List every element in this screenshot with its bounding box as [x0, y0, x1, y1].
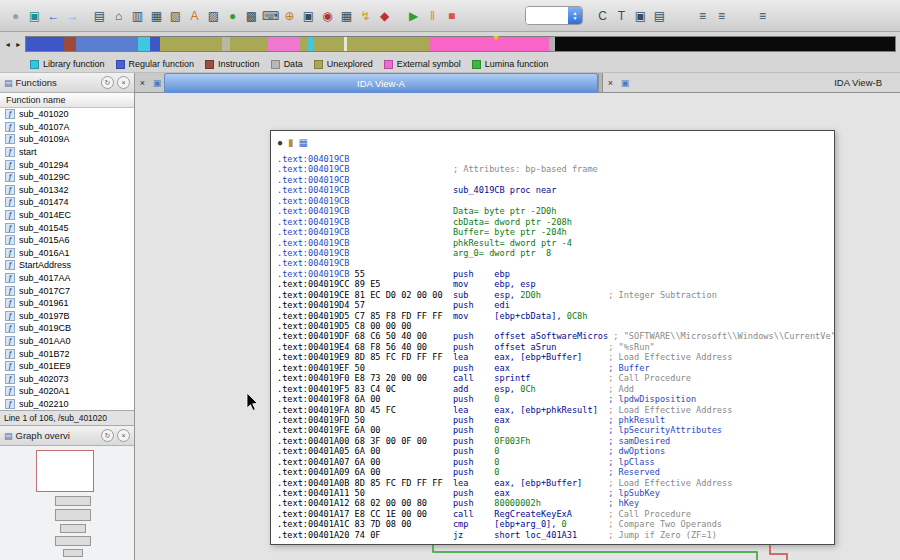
asm-line[interactable]: .text:004019F5 83 C4 0C add esp, 0Ch ; A… [277, 384, 834, 394]
function-list-item[interactable]: ƒsub_401545 [0, 221, 134, 234]
disassembly-canvas[interactable]: ●▮▦ .text:004019CB .text:004019CB ; Attr… [135, 93, 900, 560]
asm-line[interactable]: .text:004019CB Data= byte ptr -2D0h [277, 206, 834, 216]
asm-line[interactable]: .text:004019CB 55 push ebp [277, 269, 834, 279]
asm-line[interactable]: .text:004019CB Buffer= byte ptr -204h [277, 227, 834, 237]
graph-overview-viewport[interactable] [36, 450, 94, 492]
asm-line[interactable]: .text:004019CB phkResult= dword ptr -4 [277, 238, 834, 248]
function-list-item[interactable]: ƒsub_40107A [0, 121, 134, 134]
open-views-button[interactable]: ▤ [90, 5, 109, 27]
asm-line[interactable]: .text:004019E4 68 F8 56 40 00 push offse… [277, 342, 834, 352]
close-view-a-button[interactable]: × [135, 78, 150, 88]
asm-line[interactable]: .text:004019D4 57 push edi [277, 300, 834, 310]
asm-line[interactable]: .text:004019CC 89 E5 mov ebp, esp [277, 279, 834, 289]
tab-ida-view-b[interactable]: IDA View-B [834, 77, 882, 88]
asm-line[interactable]: .text:004019CB [277, 154, 834, 164]
function-list-item[interactable]: ƒsub_401020 [0, 108, 134, 121]
asm-line[interactable]: .text:00401A00 68 3F 00 0F 00 push 0F003… [277, 436, 834, 446]
function-list-item[interactable]: ƒsub_4015A6 [0, 234, 134, 247]
names-window-button[interactable]: ▦ [147, 5, 166, 27]
functions-close-button[interactable]: × [117, 76, 130, 89]
function-list-item[interactable]: ƒsub_4020A1 [0, 385, 134, 398]
start-process-button[interactable]: ▶ [404, 5, 423, 27]
graph-overview-close-button[interactable]: × [117, 429, 130, 442]
graph-overview-refresh-button[interactable]: ↻ [101, 429, 114, 442]
asm-line[interactable]: .text:00401A1C 83 7D 08 00 cmp [ebp+arg_… [277, 519, 834, 529]
search-stepper[interactable]: ▲ ▼ [568, 7, 582, 24]
hexview-button[interactable]: ▨ [204, 5, 223, 27]
strings-button[interactable]: A [185, 5, 204, 27]
function-list-item[interactable]: ƒsub_40197B [0, 310, 134, 323]
asm-line[interactable]: .text:00401A07 6A 00 push 0 ; lpClass [277, 457, 834, 467]
function-list-item[interactable]: ƒsub_401342 [0, 184, 134, 197]
asm-line[interactable]: .text:004019CB arg_0= dword ptr 8 [277, 248, 834, 258]
asm-line[interactable]: .text:004019D5 C8 00 00 00 [277, 321, 834, 331]
function-list-item[interactable]: ƒsub_40129C [0, 171, 134, 184]
windows-button[interactable]: ▣ [631, 5, 650, 27]
keyboard-shortcuts-button[interactable]: ⌨ [261, 5, 280, 27]
asm-line[interactable]: .text:004019CB [277, 258, 834, 268]
function-list-item[interactable]: ƒsub_401EE9 [0, 360, 134, 373]
function-list-item[interactable]: ƒsub_401B72 [0, 347, 134, 360]
tab-ida-view-a[interactable]: IDA View-A [164, 73, 598, 93]
search-input[interactable] [526, 7, 568, 24]
list-views-button[interactable]: ≡ [693, 5, 712, 27]
options-button[interactable]: ⊕ [280, 5, 299, 27]
edit-button[interactable]: ▧ [166, 5, 185, 27]
function-list-item[interactable]: ƒsub_402210 [0, 398, 134, 410]
asm-line[interactable]: .text:004019F0 E8 73 20 00 00 call sprin… [277, 373, 834, 383]
function-list-item[interactable]: ƒsub_4016A1 [0, 247, 134, 260]
functions-refresh-button[interactable]: ↻ [101, 76, 114, 89]
compiler-button[interactable]: C [593, 5, 612, 27]
lumina-button[interactable]: ● [223, 5, 242, 27]
asm-line[interactable]: .text:00401A17 E8 CC 1E 00 00 call RegCr… [277, 509, 834, 519]
asm-line[interactable]: .text:00401A20 74 0F jz short loc_401A31… [277, 530, 834, 540]
structures-button[interactable]: ▩ [242, 5, 261, 27]
more-lists-button[interactable]: ≡ [753, 5, 772, 27]
asm-line[interactable]: .text:004019FD 50 push eax ; phkResult [277, 415, 834, 425]
processor-button[interactable]: ▦ [337, 5, 356, 27]
asm-line[interactable]: .text:004019CB ; Attributes: bp-based fr… [277, 164, 834, 174]
asm-line[interactable]: .text:004019CB [277, 175, 834, 185]
list-windows-button[interactable]: ≡ [712, 5, 731, 27]
asm-line[interactable]: .text:00401A12 68 02 00 00 80 push 80000… [277, 498, 834, 508]
navigation-band[interactable] [25, 36, 896, 52]
home-button[interactable]: ⌂ [109, 5, 128, 27]
asm-line[interactable]: .text:00401A11 50 push eax ; lpSubKey [277, 488, 834, 498]
detach-view-b-icon[interactable]: ▣ [618, 78, 632, 88]
navband-scroll-left-button[interactable]: ◂ [4, 37, 12, 51]
close-view-b-button[interactable]: × [603, 78, 618, 88]
function-list-item[interactable]: ƒsub_401961 [0, 297, 134, 310]
pause-process-button[interactable]: ‖ [423, 5, 442, 27]
function-list-item[interactable]: ƒsub_401474 [0, 196, 134, 209]
function-list-item[interactable]: ƒsub_4014EC [0, 209, 134, 222]
graph-mode-icon[interactable]: ▦ [299, 138, 308, 148]
function-list-item[interactable]: ƒsub_40109A [0, 133, 134, 146]
asm-line[interactable]: .text:004019CB sub_4019CB proc near [277, 185, 834, 195]
asm-line[interactable]: .text:00401A0B 8D 85 FC FD FF FF lea eax… [277, 478, 834, 488]
asm-line[interactable]: .text:004019DF 68 C6 50 40 00 push offse… [277, 331, 834, 341]
asm-line[interactable]: .text:004019E9 8D 85 FC FD FF FF lea eax… [277, 352, 834, 362]
function-list-item[interactable]: ƒstart [0, 146, 134, 159]
breakpoints-button[interactable]: ◉ [318, 5, 337, 27]
asm-line[interactable]: .text:004019F8 6A 00 push 0 ; lpdwDispos… [277, 394, 834, 404]
database-save-button[interactable]: ▣ [25, 5, 44, 27]
function-list-item[interactable]: ƒsub_4019CB [0, 322, 134, 335]
asm-line[interactable]: .text:004019FE 6A 00 push 0 ; lpSecurity… [277, 425, 834, 435]
stop-disabled-button[interactable]: ● [6, 5, 25, 27]
asm-line[interactable]: .text:00401A09 6A 00 push 0 ; Reserved [277, 467, 834, 477]
tracing-button[interactable]: ↯ [356, 5, 375, 27]
node-group-icon[interactable]: ● [277, 138, 283, 148]
jump-forward-button[interactable]: → [63, 5, 82, 27]
segments-button[interactable]: ▥ [128, 5, 147, 27]
detach-view-a-icon[interactable]: ▣ [150, 78, 164, 88]
asm-line[interactable]: .text:00401A05 6A 00 push 0 ; dwOptions [277, 446, 834, 456]
asm-line[interactable]: .text:004019EF 50 push eax ; Buffer [277, 363, 834, 373]
asm-line[interactable]: .text:004019CB cbData= dword ptr -208h [277, 217, 834, 227]
asm-line[interactable]: .text:004019D5 C7 85 F8 FD FF FF mov [eb… [277, 311, 834, 321]
asm-line[interactable]: .text:004019FA 8D 45 FC lea eax, [ebp+ph… [277, 405, 834, 415]
function-list-item[interactable]: ƒStartAddress [0, 259, 134, 272]
types-button[interactable]: T [612, 5, 631, 27]
function-list-item[interactable]: ƒsub_4017C7 [0, 284, 134, 297]
toolbar-search-combo[interactable]: ▲ ▼ [525, 6, 583, 25]
asm-line[interactable]: .text:004019CB [277, 196, 834, 206]
